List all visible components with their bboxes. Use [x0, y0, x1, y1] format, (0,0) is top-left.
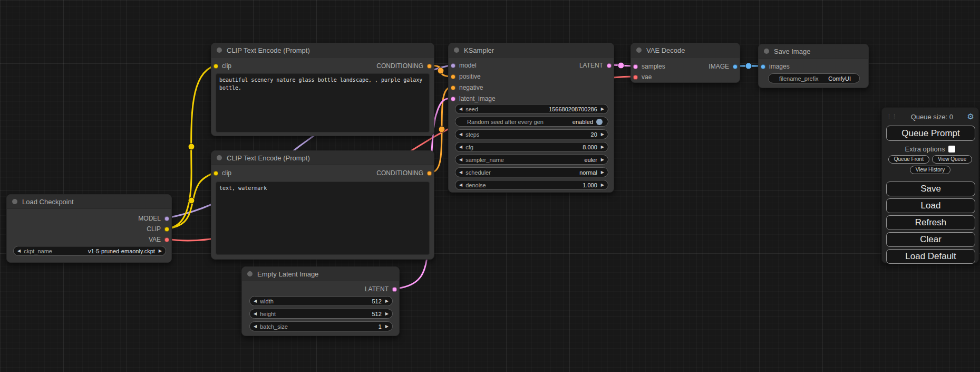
random-seed-toggle-widget[interactable]: Random seed after every gen enabled — [455, 117, 608, 127]
slot-dot-image[interactable] — [761, 64, 765, 69]
link-dot[interactable] — [188, 144, 195, 150]
decrement-arrow-icon[interactable]: ◀ — [459, 158, 462, 162]
slot-dot-latent[interactable] — [451, 97, 455, 101]
toggle-dot-icon[interactable] — [596, 119, 603, 125]
node-title-bar[interactable]: Load Checkpoint — [7, 195, 171, 209]
decrement-arrow-icon[interactable]: ◀ — [459, 132, 462, 137]
queue-prompt-button[interactable]: Queue Prompt — [886, 126, 975, 141]
node-title-bar[interactable]: VAE Decode — [631, 43, 740, 58]
link-dot[interactable] — [439, 126, 445, 132]
output-slot-clip[interactable]: CLIP — [147, 225, 169, 233]
increment-arrow-icon[interactable]: ▶ — [601, 145, 604, 149]
slot-dot-vae[interactable] — [164, 237, 169, 242]
width-widget[interactable]: ◀ width 512 ▶ — [249, 296, 393, 306]
link-dot[interactable] — [438, 68, 444, 74]
slot-dot-conditioning[interactable] — [451, 85, 455, 90]
input-slot-vae[interactable]: vae — [633, 73, 652, 81]
input-slot-samples[interactable]: samples — [633, 62, 665, 71]
increment-arrow-icon[interactable]: ▶ — [601, 132, 604, 137]
decrement-arrow-icon[interactable]: ◀ — [254, 325, 257, 329]
decrement-arrow-icon[interactable]: ◀ — [459, 183, 462, 187]
link-dot[interactable] — [745, 63, 752, 69]
node-save-image[interactable]: Save Image images filename_prefix ComfyU… — [758, 44, 869, 88]
slot-dot-model[interactable] — [451, 63, 455, 68]
increment-arrow-icon[interactable]: ▶ — [385, 312, 389, 316]
node-clip-text-encode-positive[interactable]: CLIP Text Encode (Prompt) clip CONDITION… — [211, 43, 434, 136]
load-button[interactable]: Load — [886, 198, 975, 213]
node-title-bar[interactable]: KSampler — [449, 43, 614, 58]
slot-dot-clip[interactable] — [214, 64, 218, 69]
input-slot-images[interactable]: images — [761, 62, 790, 71]
link-dot[interactable] — [618, 62, 624, 69]
collapse-dot-icon[interactable] — [217, 47, 222, 53]
view-queue-button[interactable]: View Queue — [932, 155, 972, 164]
increment-arrow-icon[interactable]: ▶ — [601, 107, 604, 111]
node-title-bar[interactable]: CLIP Text Encode (Prompt) — [211, 43, 434, 58]
collapse-dot-icon[interactable] — [247, 271, 253, 276]
node-title-bar[interactable]: Save Image — [759, 44, 868, 59]
input-slot-clip[interactable]: clip — [214, 62, 231, 70]
batch-size-widget[interactable]: ◀ batch_size 1 ▶ — [249, 321, 393, 331]
ckpt-name-widget[interactable]: ◀ ckpt_name v1-5-pruned-emaonly.ckpt ▶ — [13, 246, 166, 256]
increment-arrow-icon[interactable]: ▶ — [159, 249, 162, 253]
settings-gear-icon[interactable]: ⚙ — [967, 112, 974, 121]
scheduler-widget[interactable]: ◀ scheduler normal ▶ — [455, 167, 608, 177]
output-slot-image[interactable]: IMAGE — [709, 62, 738, 71]
input-slot-latent-image[interactable]: latent_image — [451, 94, 496, 103]
slot-dot-conditioning[interactable] — [427, 171, 432, 176]
decrement-arrow-icon[interactable]: ◀ — [459, 170, 462, 175]
input-slot-model[interactable]: model — [451, 61, 477, 70]
slot-dot-model[interactable] — [164, 216, 169, 221]
output-slot-conditioning[interactable]: CONDITIONING — [376, 169, 432, 177]
output-slot-latent[interactable]: LATENT — [365, 285, 397, 293]
save-button[interactable]: Save — [886, 182, 975, 196]
slot-dot-conditioning[interactable] — [451, 74, 455, 79]
cfg-widget[interactable]: ◀ cfg 8.000 ▶ — [455, 142, 608, 152]
prompt-text-input[interactable]: beautiful scenery nature glass bottle la… — [216, 73, 430, 132]
filename-prefix-widget[interactable]: filename_prefix ComfyUI — [768, 73, 860, 83]
node-title-bar[interactable]: Empty Latent Image — [242, 267, 399, 281]
output-slot-vae[interactable]: VAE — [149, 235, 169, 244]
steps-widget[interactable]: ◀ steps 20 ▶ — [455, 129, 608, 139]
output-slot-latent[interactable]: LATENT — [579, 61, 612, 70]
extra-options-checkbox[interactable] — [948, 146, 955, 152]
increment-arrow-icon[interactable]: ▶ — [601, 158, 604, 162]
slot-dot-conditioning[interactable] — [427, 64, 432, 69]
link-dot[interactable] — [188, 197, 195, 204]
slot-dot-latent[interactable] — [607, 63, 612, 68]
decrement-arrow-icon[interactable]: ◀ — [459, 107, 462, 111]
slot-dot-latent[interactable] — [392, 287, 397, 292]
increment-arrow-icon[interactable]: ▶ — [601, 183, 604, 187]
load-default-button[interactable]: Load Default — [886, 249, 975, 264]
slot-dot-latent[interactable] — [633, 64, 638, 69]
node-load-checkpoint[interactable]: Load Checkpoint MODEL CLIP VAE ◀ ckpt_na… — [6, 194, 172, 263]
decrement-arrow-icon[interactable]: ◀ — [459, 145, 462, 149]
seed-widget[interactable]: ◀ seed 156680208700286 ▶ — [455, 104, 608, 114]
refresh-button[interactable]: Refresh — [886, 215, 975, 230]
input-slot-positive[interactable]: positive — [451, 72, 481, 81]
increment-arrow-icon[interactable]: ▶ — [601, 170, 604, 175]
collapse-dot-icon[interactable] — [764, 49, 769, 54]
denoise-widget[interactable]: ◀ denoise 1.000 ▶ — [455, 180, 608, 190]
drag-handle-icon[interactable]: ⋮⋮ — [886, 113, 897, 120]
slot-dot-clip[interactable] — [214, 171, 218, 176]
node-empty-latent-image[interactable]: Empty Latent Image LATENT ◀ width 512 ▶ … — [241, 266, 400, 336]
prompt-text-input[interactable]: text, watermark — [216, 182, 430, 255]
decrement-arrow-icon[interactable]: ◀ — [17, 249, 21, 253]
collapse-dot-icon[interactable] — [636, 47, 642, 53]
clear-button[interactable]: Clear — [886, 232, 975, 247]
output-slot-model[interactable]: MODEL — [138, 214, 169, 223]
view-history-button[interactable]: View History — [910, 166, 950, 174]
input-slot-clip[interactable]: clip — [214, 169, 231, 177]
decrement-arrow-icon[interactable]: ◀ — [254, 312, 257, 316]
input-slot-negative[interactable]: negative — [451, 83, 483, 92]
collapse-dot-icon[interactable] — [454, 47, 459, 53]
increment-arrow-icon[interactable]: ▶ — [385, 325, 389, 329]
increment-arrow-icon[interactable]: ▶ — [385, 299, 389, 303]
queue-front-button[interactable]: Queue Front — [888, 155, 929, 164]
height-widget[interactable]: ◀ height 512 ▶ — [249, 309, 393, 319]
collapse-dot-icon[interactable] — [217, 155, 222, 160]
decrement-arrow-icon[interactable]: ◀ — [254, 299, 257, 303]
collapse-dot-icon[interactable] — [12, 199, 17, 204]
slot-dot-clip[interactable] — [164, 227, 169, 232]
